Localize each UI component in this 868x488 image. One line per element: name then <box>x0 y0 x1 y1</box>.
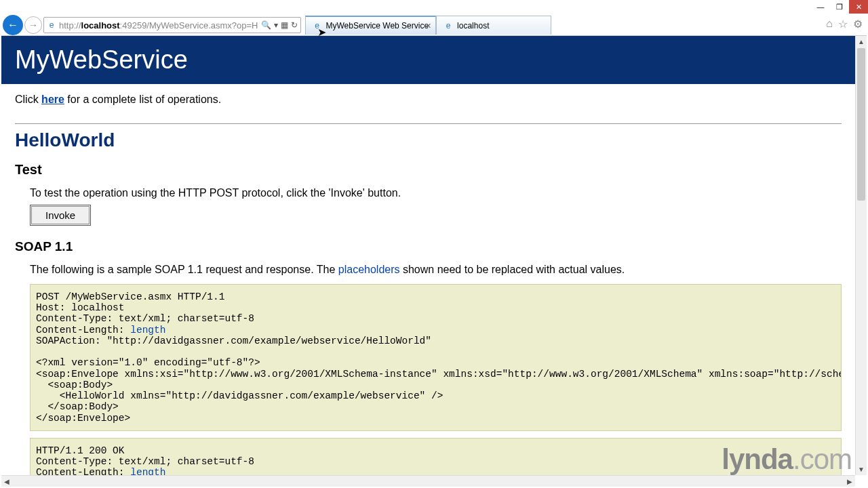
tools-gear-icon[interactable]: ⚙ <box>853 18 863 30</box>
tab-close-icon[interactable]: ✕ <box>425 22 431 30</box>
tab-label: localhost <box>457 21 489 30</box>
page-content: MyWebService Click here for a complete l… <box>1 36 855 475</box>
tab-localhost[interactable]: e localhost <box>436 16 551 35</box>
address-dropdown-icon[interactable]: ▾ <box>274 20 278 30</box>
ie-page-icon: e <box>47 20 56 30</box>
window-minimize[interactable]: — <box>811 0 830 14</box>
scroll-down-arrow[interactable]: ▼ <box>856 464 867 475</box>
window-restore[interactable]: ❐ <box>830 0 849 14</box>
invoke-button[interactable]: Invoke <box>31 206 90 224</box>
ie-page-icon: e <box>443 21 453 30</box>
tab-mywebservice[interactable]: e MyWebService Web Service ✕ <box>305 16 437 35</box>
window-close[interactable]: ✕ <box>849 0 868 14</box>
ie-page-icon: e <box>313 21 322 30</box>
soap-description: The following is a sample SOAP 1.1 reque… <box>30 264 842 276</box>
compat-view-icon[interactable]: ▦ <box>281 20 288 30</box>
soap-heading: SOAP 1.1 <box>15 239 842 254</box>
nav-back-button[interactable]: ← <box>3 15 23 35</box>
service-title: MyWebService <box>15 45 842 75</box>
service-banner: MyWebService <box>1 36 855 84</box>
scroll-up-arrow[interactable]: ▲ <box>856 36 867 47</box>
soap-request-code: POST /MyWebService.asmx HTTP/1.1 Host: l… <box>30 284 842 431</box>
divider <box>15 123 842 124</box>
horizontal-scrollbar[interactable]: ◀ ▶ <box>1 475 855 487</box>
scroll-thumb[interactable] <box>857 48 865 201</box>
intro-text: Click here for a complete list of operat… <box>15 94 842 106</box>
address-bar[interactable]: e http://localhost:49259/MyWebService.as… <box>43 17 301 33</box>
soap-response-code: HTTP/1.1 200 OK Content-Type: text/xml; … <box>30 438 842 475</box>
operation-name: HelloWorld <box>15 129 842 151</box>
home-icon[interactable]: ⌂ <box>826 18 833 30</box>
refresh-icon[interactable]: ↻ <box>291 20 298 30</box>
search-icon[interactable]: 🔍 <box>261 20 271 30</box>
test-heading: Test <box>15 162 842 178</box>
scroll-left-arrow[interactable]: ◀ <box>4 478 9 485</box>
favorites-icon[interactable]: ☆ <box>838 18 848 30</box>
scroll-right-arrow[interactable]: ▶ <box>847 478 852 485</box>
test-instructions: To test the operation using the HTTP POS… <box>30 187 842 199</box>
tab-label: MyWebService Web Service <box>326 21 429 30</box>
placeholders-link[interactable]: placeholders <box>338 264 400 275</box>
operations-list-link[interactable]: here <box>41 94 64 105</box>
vertical-scrollbar[interactable]: ▲ ▼ <box>855 36 867 475</box>
address-text: http://localhost:49259/MyWebService.asmx… <box>59 20 258 30</box>
nav-forward-button[interactable]: → <box>24 16 42 34</box>
